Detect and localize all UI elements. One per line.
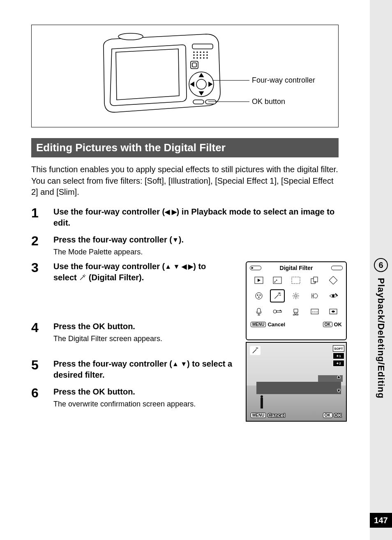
svg-point-5	[207, 52, 208, 53]
up-arrow-icon: ▲	[337, 374, 341, 379]
palette-dpof-icon: DPOF	[288, 305, 303, 318]
svg-point-10	[207, 55, 208, 55]
palette-brightness-icon	[288, 289, 303, 302]
svg-point-15	[207, 58, 208, 58]
svg-point-13	[200, 58, 201, 58]
camera-illustration	[95, 31, 223, 121]
step-num: 6	[31, 386, 53, 409]
magic-wand-icon	[79, 274, 86, 281]
svg-point-8	[200, 55, 201, 55]
palette-footer: MENUCancel OKOK	[250, 321, 343, 328]
palette-title: Digital Filter	[250, 265, 343, 271]
step-title: Press the four-way controller (▲ ▼) to s…	[53, 358, 234, 381]
chapter-title: Playback/Deleting/Editing	[376, 278, 386, 399]
side-tab: 6 Playback/Deleting/Editing 147	[370, 0, 392, 540]
svg-point-36	[273, 310, 277, 313]
filter-sp1: ✦1	[333, 353, 344, 359]
playback-icon	[251, 267, 254, 269]
svg-rect-38	[280, 310, 281, 311]
chapter-number: 6	[374, 258, 388, 272]
palette-slideshow-icon	[251, 274, 266, 287]
svg-point-2	[197, 52, 198, 53]
palette-redeye-icon	[326, 289, 341, 302]
svg-point-22	[118, 33, 143, 40]
svg-point-11	[194, 58, 194, 58]
svg-point-6	[194, 55, 194, 55]
step-title: Press the four-way controller (▼).	[53, 234, 339, 245]
svg-point-34	[332, 295, 334, 297]
step-title: Use the four-way controller (▲ ▼ ◀ ▶) to…	[53, 261, 226, 283]
svg-rect-35	[257, 308, 261, 313]
svg-text:DPOF: DPOF	[293, 314, 299, 316]
svg-point-29	[256, 293, 262, 299]
menu-cancel: MENUCancel	[251, 412, 285, 418]
svg-rect-37	[277, 311, 281, 312]
palette-frame-icon	[326, 305, 341, 318]
digital-filter-screen: SOFT ✦1 ✦2 ▲ ▼ MENUCancel OKOK	[246, 342, 347, 422]
callout-fourway: Four-way controller	[252, 76, 315, 85]
step-title: Use the four-way controller (◀ ▶) in Pla…	[53, 206, 339, 228]
svg-rect-0	[192, 44, 213, 49]
wand-icon-corner	[250, 346, 261, 355]
step-1: 1 Use the four-way controller (◀ ▶) in P…	[31, 206, 339, 230]
step-num: 3	[31, 261, 53, 285]
palette-color-icon	[251, 289, 266, 302]
photo-person	[261, 398, 263, 408]
svg-rect-21	[205, 100, 216, 104]
step-2: 2 Press the four-way controller (▼). The…	[31, 234, 339, 257]
svg-rect-20	[193, 100, 204, 104]
step-title: Press the OK button.	[53, 321, 226, 332]
step-desc: The Digital Filter screen appears.	[53, 334, 226, 344]
svg-point-3	[200, 52, 201, 53]
svg-rect-24	[273, 277, 281, 284]
step-num: 1	[31, 206, 53, 230]
page-number: 147	[370, 513, 392, 528]
palette-grid: DPOF ⚬⚬⚬	[250, 274, 343, 318]
svg-rect-25	[292, 277, 300, 284]
step-num: 5	[31, 358, 53, 382]
palette-protect-icon	[270, 305, 285, 318]
palette-startup-icon: ⚬⚬⚬	[307, 305, 322, 318]
filter-footer: MENUCancel OKOK	[250, 412, 343, 418]
down-arrow-icon: ▼	[337, 388, 341, 393]
svg-point-1	[194, 52, 194, 53]
mode-palette-screen: Digital Filter DPOF ⚬⚬⚬ MENUC	[246, 261, 347, 340]
palette-rotate-icon	[326, 274, 341, 287]
svg-point-4	[203, 52, 204, 53]
svg-point-30	[257, 295, 258, 296]
svg-point-12	[197, 58, 198, 58]
nav-arrows: ▲ ▼	[337, 374, 341, 393]
filter-soft: SOFT	[333, 345, 344, 352]
step-num: 2	[31, 234, 53, 257]
palette-copy-icon	[307, 274, 322, 287]
svg-point-32	[258, 297, 260, 298]
menu-cancel: MENUCancel	[251, 321, 285, 328]
lcd-screens: Digital Filter DPOF ⚬⚬⚬ MENUC	[246, 261, 347, 422]
svg-point-33	[295, 295, 297, 297]
camera-diagram-frame: Four-way controller OK button	[31, 25, 339, 127]
svg-point-14	[203, 58, 204, 58]
section-header: Editing Pictures with the Digital Filter	[31, 138, 339, 157]
svg-point-31	[260, 295, 261, 296]
intro-paragraph: This function enables you to apply speci…	[31, 164, 339, 198]
filter-sp2: ✦2	[333, 360, 344, 367]
svg-rect-17	[192, 63, 196, 67]
svg-point-7	[197, 55, 198, 55]
filter-options: SOFT ✦1 ✦2	[333, 345, 344, 367]
palette-trimming-icon	[288, 274, 303, 287]
step-num: 4	[31, 321, 53, 344]
svg-text:⚬⚬⚬: ⚬⚬⚬	[311, 311, 318, 313]
svg-rect-28	[329, 276, 337, 284]
svg-rect-27	[314, 277, 318, 282]
svg-point-19	[196, 79, 206, 89]
palette-voice-icon	[251, 305, 266, 318]
palette-digital-filter-icon	[270, 289, 285, 302]
ok-confirm: OKOK	[323, 412, 342, 418]
palette-resize-icon	[270, 274, 285, 287]
svg-point-9	[203, 55, 204, 55]
palette-movie-edit-icon	[307, 289, 322, 302]
ok-confirm: OKOK	[323, 321, 342, 328]
photo-building	[256, 382, 341, 394]
step-desc: The Mode Palette appears.	[53, 247, 339, 257]
callout-ok: OK button	[252, 97, 285, 106]
